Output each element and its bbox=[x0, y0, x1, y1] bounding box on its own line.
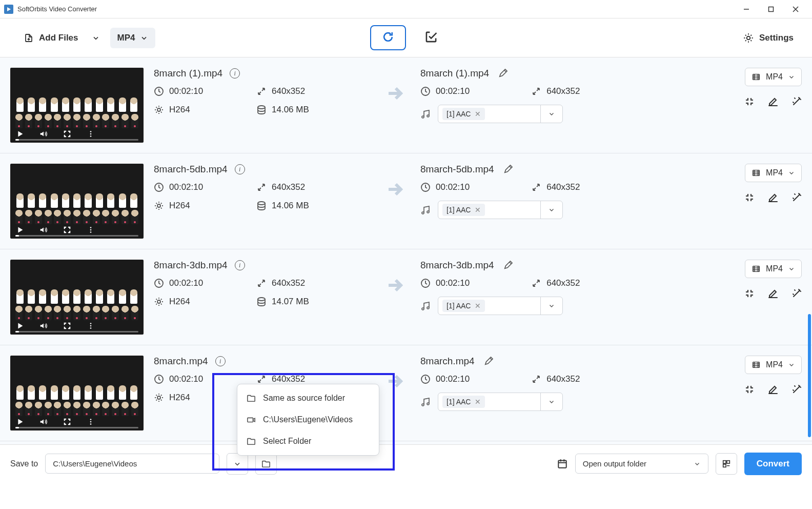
source-info: 8march (1).mp4 i 00:02:10 640x352 H264 1… bbox=[154, 68, 369, 115]
info-icon[interactable]: i bbox=[230, 68, 240, 79]
edit-icon[interactable] bbox=[768, 96, 778, 107]
source-resolution: 640x352 bbox=[272, 278, 305, 288]
audio-dropdown-icon[interactable] bbox=[540, 105, 562, 123]
resolution-icon bbox=[256, 182, 267, 192]
refresh-button[interactable] bbox=[370, 25, 406, 50]
audio-dropdown-icon[interactable] bbox=[540, 393, 562, 410]
compress-icon[interactable] bbox=[744, 96, 755, 107]
compress-icon[interactable] bbox=[744, 192, 755, 203]
output-info: 8march (1).mp4 00:02:10 640x352 [1] AAC✕ bbox=[420, 68, 720, 123]
file-row: 8march-3db.mp4 i 00:02:10 640x352 H264 1… bbox=[0, 249, 812, 345]
remove-audio-icon[interactable]: ✕ bbox=[475, 110, 481, 118]
output-format-label: MP4 bbox=[117, 33, 135, 43]
row-format-select[interactable]: MP4 bbox=[745, 68, 802, 86]
edit-icon[interactable] bbox=[768, 288, 778, 299]
rename-icon[interactable] bbox=[503, 261, 513, 270]
row-format-select[interactable]: MP4 bbox=[745, 356, 802, 374]
more-icon[interactable] bbox=[86, 321, 95, 330]
more-icon[interactable] bbox=[86, 129, 95, 139]
fullscreen-icon[interactable] bbox=[63, 225, 72, 234]
video-thumbnail[interactable] bbox=[10, 164, 144, 239]
video-thumbnail[interactable] bbox=[10, 68, 144, 143]
resolution-icon bbox=[256, 278, 267, 288]
menu-recent-path[interactable]: C:\Users\Eugene\Videos bbox=[237, 409, 379, 430]
remove-audio-icon[interactable]: ✕ bbox=[475, 206, 481, 214]
save-path-field[interactable]: C:\Users\Eugene\Videos bbox=[45, 454, 219, 474]
merge-button[interactable] bbox=[716, 453, 737, 475]
video-thumbnail[interactable] bbox=[10, 356, 144, 430]
audio-dropdown-icon[interactable] bbox=[540, 297, 562, 315]
audio-track-select[interactable]: [1] AAC✕ bbox=[438, 297, 563, 315]
effects-icon[interactable] bbox=[791, 96, 802, 107]
browse-folder-button[interactable] bbox=[255, 453, 277, 475]
folder-icon bbox=[247, 437, 256, 446]
compress-icon[interactable] bbox=[744, 288, 755, 299]
scrollbar-thumb[interactable] bbox=[808, 314, 811, 437]
file-row: 8march.mp4 i 00:02:10 640x352 H264 8marc… bbox=[0, 345, 812, 441]
save-path-dropdown[interactable] bbox=[227, 453, 248, 475]
effects-icon[interactable] bbox=[791, 288, 802, 299]
convert-button[interactable]: Convert bbox=[744, 453, 802, 475]
resolution-icon bbox=[531, 374, 541, 384]
fullscreen-icon[interactable] bbox=[63, 417, 72, 426]
volume-icon[interactable] bbox=[39, 321, 48, 330]
audio-track-select[interactable]: [1] AAC✕ bbox=[438, 201, 563, 219]
svg-rect-20 bbox=[727, 460, 729, 463]
svg-point-18 bbox=[90, 423, 92, 425]
info-icon[interactable]: i bbox=[235, 164, 245, 174]
audio-track-select[interactable]: [1] AAC✕ bbox=[438, 393, 563, 411]
minimize-button[interactable] bbox=[734, 0, 759, 18]
settings-button[interactable]: Settings bbox=[741, 27, 796, 49]
play-icon[interactable] bbox=[15, 225, 25, 234]
add-files-button[interactable]: Add Files bbox=[16, 28, 86, 48]
volume-icon[interactable] bbox=[39, 129, 48, 139]
clock-icon bbox=[420, 374, 431, 384]
remove-audio-icon[interactable]: ✕ bbox=[475, 302, 481, 310]
volume-icon[interactable] bbox=[39, 225, 48, 234]
source-filename: 8march (1).mp4 bbox=[154, 68, 222, 79]
effects-icon[interactable] bbox=[791, 192, 802, 203]
rename-icon[interactable] bbox=[503, 165, 513, 174]
more-icon[interactable] bbox=[86, 225, 95, 234]
clock-icon bbox=[154, 86, 164, 96]
more-icon[interactable] bbox=[86, 417, 95, 426]
audio-dropdown-icon[interactable] bbox=[540, 201, 562, 219]
film-icon bbox=[752, 360, 761, 369]
resolution-icon bbox=[256, 374, 267, 384]
edit-icon[interactable] bbox=[768, 192, 778, 203]
clock-icon bbox=[420, 86, 431, 96]
play-icon[interactable] bbox=[15, 129, 25, 139]
volume-icon[interactable] bbox=[39, 417, 48, 426]
output-info: 8march.mp4 00:02:10 640x352 [1] AAC✕ bbox=[420, 356, 720, 411]
output-filename: 8march-5db.mp4 bbox=[420, 164, 494, 175]
play-icon[interactable] bbox=[15, 321, 25, 330]
video-thumbnail[interactable] bbox=[10, 260, 144, 335]
rename-icon[interactable] bbox=[498, 69, 508, 78]
play-icon[interactable] bbox=[15, 417, 25, 426]
effects-icon[interactable] bbox=[791, 384, 802, 395]
menu-same-as-source[interactable]: Same as source folder bbox=[237, 387, 379, 409]
maximize-button[interactable] bbox=[759, 0, 783, 18]
fullscreen-icon[interactable] bbox=[63, 321, 72, 330]
calendar-icon[interactable] bbox=[557, 458, 568, 469]
fullscreen-icon[interactable] bbox=[63, 129, 72, 139]
footer: Save to C:\Users\Eugene\Videos Open outp… bbox=[0, 444, 812, 482]
row-format-select[interactable]: MP4 bbox=[745, 164, 802, 182]
edit-icon[interactable] bbox=[768, 384, 778, 395]
rename-icon[interactable] bbox=[484, 357, 493, 366]
audio-track-select[interactable]: [1] AAC✕ bbox=[438, 105, 563, 123]
svg-rect-21 bbox=[723, 464, 725, 466]
remove-audio-icon[interactable]: ✕ bbox=[475, 398, 481, 406]
clock-icon bbox=[420, 182, 431, 192]
compress-icon[interactable] bbox=[744, 384, 755, 395]
select-all-button[interactable] bbox=[420, 26, 442, 49]
output-format-button[interactable]: MP4 bbox=[110, 28, 156, 48]
menu-select-folder[interactable]: Select Folder bbox=[237, 430, 379, 452]
row-actions: MP4 bbox=[730, 68, 802, 107]
close-button[interactable] bbox=[783, 0, 808, 18]
info-icon[interactable]: i bbox=[235, 260, 245, 270]
after-convert-select[interactable]: Open output folder bbox=[575, 454, 708, 474]
row-format-select[interactable]: MP4 bbox=[745, 260, 802, 278]
info-icon[interactable]: i bbox=[215, 356, 226, 366]
add-files-dropdown[interactable] bbox=[88, 29, 104, 47]
